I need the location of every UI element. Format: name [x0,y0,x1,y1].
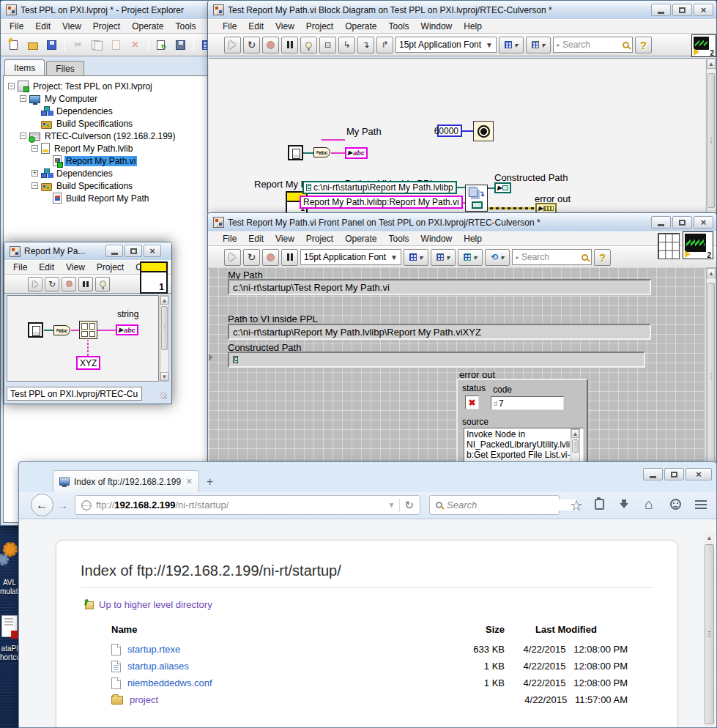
forward-button[interactable]: → [57,499,68,511]
run-button[interactable] [224,37,241,53]
open-button[interactable] [24,37,41,53]
title-bar[interactable]: Test PPL on PXI.lvproj * - Project Explo… [1,1,212,19]
resize-grip[interactable] [160,392,167,399]
new-tab-button[interactable]: + [207,475,213,489]
align-objects-button[interactable]: ▾ [499,37,524,53]
current-vi-path-node[interactable] [28,322,43,338]
my-path-indicator[interactable]: c:\ni-rt\startup\Test Report My Path.vi [228,279,651,295]
file-link[interactable]: startup.rtexe [127,644,180,655]
run-button[interactable] [28,277,42,291]
delete-button[interactable]: ✕ [127,37,144,53]
menu-operate[interactable]: Operate [126,20,169,33]
scrollbar-thumb[interactable] [707,283,715,470]
diagram-canvas[interactable]: Pabc My Path ▶abc Report My Path.vi 1 Pa… [209,58,705,213]
tree-item-build-specifications-rt[interactable]: − Build Specifications [4,179,209,192]
file-link[interactable]: niembeddedws.conf [127,677,212,688]
scrollbar-thumb[interactable] [161,306,168,350]
maximize-button[interactable] [672,216,692,229]
maximize-button[interactable] [672,4,692,16]
step-out-button[interactable]: ↱ [376,37,393,53]
tree-item-rt-target[interactable]: − RTEC-Culverson (192.168.2.199) [4,130,209,142]
abort-button[interactable] [262,37,279,53]
copy-button[interactable] [89,37,105,53]
tree-item-project[interactable]: − Project: Test PPL on PXI.lvproj [4,80,209,92]
menu-operate[interactable]: Operate [339,20,382,33]
downloads-icon[interactable] [620,499,628,510]
folder-link[interactable]: project [130,694,158,705]
search-input[interactable] [562,40,620,50]
help-button[interactable]: ? [594,249,611,266]
menu-project[interactable]: Project [87,20,126,33]
run-continuously-button[interactable]: ↻ [243,249,260,266]
vi-icon[interactable]: 2 [683,231,713,259]
scrollbar-thumb[interactable] [705,544,714,724]
tree-expander[interactable]: − [8,83,15,89]
back-button[interactable]: ← [31,494,53,516]
minimize-button[interactable] [643,468,663,480]
wait-ms-function[interactable] [473,121,494,141]
tab-items[interactable]: Items [4,59,45,75]
tree-item-build-specifications[interactable]: Build Specifications [4,117,209,130]
scroll-up-button[interactable]: ▲ [571,429,579,438]
menu-hamburger-icon[interactable] [695,500,707,509]
scrollbar-thumb[interactable] [707,73,715,208]
menu-file[interactable]: File [4,20,29,33]
menu-project[interactable]: Project [300,20,339,33]
step-into-button[interactable]: ↳ [338,37,355,53]
vi-name-constant[interactable]: Report My Path.lvlibp:Report My Path.vi [300,196,463,209]
menu-tools[interactable]: Tools [383,232,415,245]
search-input[interactable] [521,252,579,262]
scrollbar-thumb[interactable] [572,439,579,453]
menu-edit[interactable]: Edit [242,20,270,33]
minimize-button[interactable] [651,216,671,229]
tree-item-dependencies-rt[interactable]: + Dependencies [4,167,209,179]
string-terminal[interactable]: ▶abc [116,324,138,335]
column-header-size[interactable]: Size [437,624,505,635]
up-directory-link[interactable]: ⬆ Up to higher level directory [82,599,212,610]
tree-item-lvlib[interactable]: − Report My Path.lvlib [4,142,209,155]
page-scrollbar[interactable]: ▲ [704,532,715,727]
cut-button[interactable]: ✂ [70,37,86,53]
home-icon[interactable]: ⌂ [644,496,653,513]
minimize-button[interactable] [105,245,123,257]
search-bar[interactable] [429,495,560,515]
vertical-scrollbar[interactable]: ▲ [706,58,716,213]
maximize-button[interactable] [125,245,142,257]
save-all-button[interactable] [43,37,60,53]
current-vi-path-node[interactable] [288,145,303,160]
gears-icon[interactable] [0,542,19,574]
scroll-up-button[interactable]: ▲ [704,532,715,543]
up-link-label[interactable]: Up to higher level directory [99,599,212,610]
retain-wire-values-button[interactable]: ⊡ [319,37,336,53]
minimize-button[interactable] [651,4,671,16]
menu-tools[interactable]: Tools [383,20,415,33]
menu-edit[interactable]: Edit [29,20,56,33]
menu-edit[interactable]: Edit [33,261,60,274]
menu-tools[interactable]: Tools [170,20,202,33]
scroll-up-button[interactable]: ▲ [160,296,168,305]
url-bar[interactable]: ftp://192.168.2.199/ni-rt/startup/ ▼ ↻ [75,495,420,515]
title-bar[interactable]: Test Report My Path.vi Block Diagram on … [208,1,716,19]
path-to-string-node[interactable]: Pabc [53,325,70,335]
vertical-scrollbar[interactable]: ▲ ▼ [160,295,169,382]
menu-project[interactable]: Project [91,261,130,274]
file-link[interactable]: startup.aliases [127,661,189,672]
column-header-modified[interactable]: Last Modified [505,624,628,635]
reload-icon[interactable]: ↻ [404,499,414,512]
paste-button[interactable] [108,37,125,53]
my-path-terminal[interactable]: ▶abc [345,147,368,159]
code-field[interactable]: d 7 [491,396,564,410]
constructed-path-indicator[interactable] [228,352,645,368]
execution-target-bar[interactable]: Test PPL on PXI.lvproj/RTEC-Cu [7,387,142,401]
reading-list-icon[interactable] [595,499,604,510]
invoke-node[interactable]: ↴ [465,185,488,212]
build-button[interactable]: ↻ [153,37,170,53]
menu-file[interactable]: File [7,261,33,274]
menu-operate[interactable]: Operate [339,232,382,245]
menu-edit[interactable]: Edit [242,232,270,245]
tree-expander[interactable]: + [31,170,38,177]
reorder-objects-button[interactable]: ⟲▾ [485,249,510,266]
resize-objects-button[interactable]: ▾ [458,249,483,266]
search-input[interactable] [447,499,577,510]
radix-indicator[interactable]: d [494,400,497,407]
